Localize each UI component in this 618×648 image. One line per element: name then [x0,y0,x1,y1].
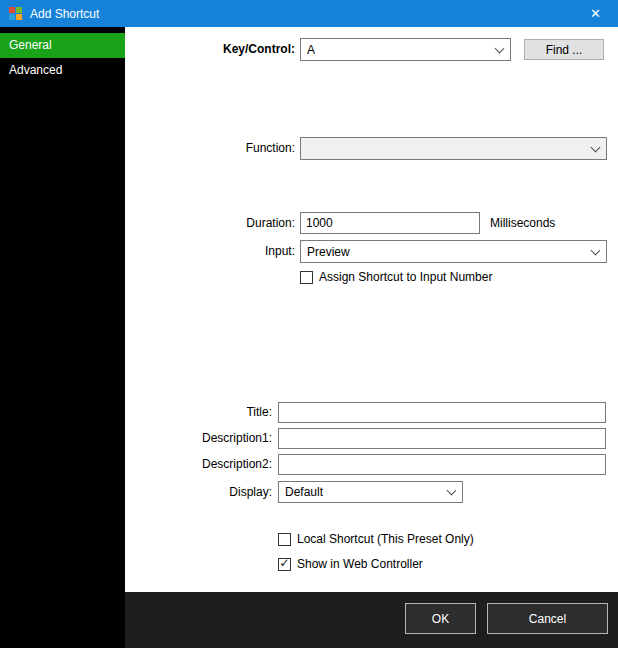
description1-input[interactable] [278,428,606,449]
ok-button[interactable]: OK [405,603,476,634]
assign-input-checkbox-label: Assign Shortcut to Input Number [319,270,492,284]
function-dropdown[interactable] [300,137,607,160]
sidebar: General Advanced [0,27,125,648]
chevron-down-icon [495,43,505,53]
input-label: Input: [125,240,295,263]
web-controller-checkbox-label: Show in Web Controller [297,557,423,571]
web-controller-checkbox-row[interactable]: Show in Web Controller [278,557,423,571]
local-shortcut-checkbox-row[interactable]: Local Shortcut (This Preset Only) [278,532,474,546]
duration-label: Duration: [125,212,295,234]
chevron-down-icon [591,142,601,152]
display-label: Display: [125,481,272,503]
title-label: Title: [125,402,272,423]
description1-label: Description1: [125,428,272,449]
key-control-value: A [307,43,315,57]
display-dropdown[interactable]: Default [278,481,463,503]
function-label: Function: [125,137,295,160]
close-icon: ✕ [590,6,601,21]
close-button[interactable]: ✕ [573,0,618,27]
duration-input[interactable] [300,212,480,234]
key-control-label: Key/Control: [125,38,295,61]
input-dropdown[interactable]: Preview [300,240,607,263]
description2-input[interactable] [278,454,606,475]
cancel-button[interactable]: Cancel [487,603,608,634]
assign-input-checkbox[interactable] [300,271,313,284]
web-controller-checkbox[interactable] [278,558,291,571]
add-shortcut-dialog: Add Shortcut ✕ General Advanced Key/Cont… [0,0,618,648]
find-button[interactable]: Find ... [524,39,604,60]
input-value: Preview [307,245,350,259]
local-shortcut-checkbox[interactable] [278,533,291,546]
sidebar-item-advanced[interactable]: Advanced [0,58,125,83]
assign-input-checkbox-row[interactable]: Assign Shortcut to Input Number [300,270,492,284]
title-input[interactable] [278,402,606,423]
titlebar: Add Shortcut ✕ [0,0,618,27]
sidebar-item-general[interactable]: General [0,33,125,58]
key-control-dropdown[interactable]: A [300,38,511,61]
local-shortcut-checkbox-label: Local Shortcut (This Preset Only) [297,532,474,546]
display-value: Default [285,485,323,499]
window-title: Add Shortcut [30,7,99,21]
general-panel: Key/Control: A Find ... Function: Durati… [125,27,618,592]
duration-units-label: Milliseconds [490,212,555,234]
chevron-down-icon [447,486,457,496]
chevron-down-icon [591,245,601,255]
footer: OK Cancel [125,592,618,648]
app-icon [9,7,22,20]
description2-label: Description2: [125,454,272,475]
